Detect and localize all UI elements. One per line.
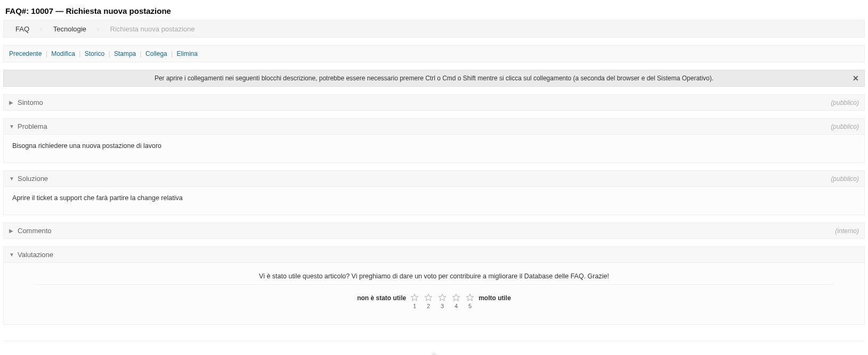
svg-marker-4 — [467, 294, 474, 301]
visibility-badge: (pubblico) — [831, 175, 859, 183]
star-icon — [424, 293, 433, 302]
panel-header-commento[interactable]: ▶ Commento (interno) — [4, 223, 864, 238]
svg-marker-3 — [453, 294, 460, 301]
action-stampa[interactable]: Stampa — [112, 50, 138, 57]
panel-sintomo: ▶ Sintomo (pubblico) — [3, 94, 865, 111]
panel-header-problema[interactable]: ▼ Problema (pubblico) — [4, 119, 864, 135]
caret-down-icon: ▼ — [9, 123, 14, 129]
star-number: 1 — [413, 303, 416, 309]
star-icon — [438, 293, 447, 302]
star-number: 5 — [468, 303, 472, 309]
breadcrumb-current: Richiesta nuova postazione — [103, 22, 202, 36]
breadcrumb: FAQ › Tecnologie › Richiesta nuova posta… — [3, 20, 865, 38]
action-precedente[interactable]: Precedente — [7, 50, 44, 57]
page-title: FAQ#: 10007 — Richiesta nuova postazione — [3, 4, 865, 20]
action-storico[interactable]: Storico — [83, 50, 107, 57]
panel-header-valutazione[interactable]: ▼ Valutazione — [4, 247, 864, 263]
panel-body-problema: Bisogna richiedere una nuova postazione … — [4, 135, 864, 162]
caret-right-icon: ▶ — [9, 228, 14, 234]
panel-problema: ▼ Problema (pubblico) Bisogna richiedere… — [3, 118, 865, 163]
star-number: 3 — [441, 303, 444, 309]
action-bar: Precedente | Modifica | Storico | Stampa… — [3, 45, 865, 62]
caret-down-icon: ▼ — [9, 176, 14, 181]
panel-title: Commento — [18, 227, 52, 235]
panel-title: Soluzione — [18, 175, 48, 183]
divider — [34, 284, 834, 285]
rating-high-label: molto utile — [478, 293, 511, 302]
panel-header-soluzione[interactable]: ▼ Soluzione (pubblico) — [4, 171, 864, 187]
rating-stars: 1 2 3 4 5 — [410, 293, 474, 309]
star-icon — [410, 293, 419, 302]
breadcrumb-tecnologie[interactable]: Tecnologie — [46, 22, 94, 36]
panel-title: Problema — [18, 122, 47, 130]
star-2[interactable]: 2 — [424, 293, 433, 309]
action-elimina[interactable]: Elimina — [175, 50, 200, 57]
panel-header-sintomo[interactable]: ▶ Sintomo (pubblico) — [4, 95, 864, 110]
star-icon — [466, 293, 474, 302]
info-notice: Per aprire i collegamenti nei seguenti b… — [3, 70, 865, 87]
star-4[interactable]: 4 — [452, 293, 460, 309]
star-number: 2 — [427, 303, 430, 309]
star-number: 4 — [455, 303, 458, 309]
star-icon — [452, 293, 460, 302]
svg-marker-2 — [439, 294, 446, 301]
star-5[interactable]: 5 — [466, 293, 474, 309]
page-footer: ✳ Powered by OTRS™ — [3, 341, 865, 355]
panel-commento: ▶ Commento (interno) — [3, 222, 865, 239]
panel-valutazione: ▼ Valutazione Vi è stato utile questo ar… — [3, 246, 865, 325]
visibility-badge: (pubblico) — [831, 123, 859, 130]
panel-title: Valutazione — [18, 251, 53, 259]
close-icon[interactable]: ✕ — [853, 74, 859, 82]
svg-marker-0 — [411, 294, 418, 301]
panel-body-soluzione: Aprire il ticket a support che farà part… — [4, 187, 864, 214]
panel-body-valutazione: Vi è stato utile questo articolo? Vi pre… — [4, 263, 864, 324]
breadcrumb-faq[interactable]: FAQ — [8, 22, 37, 36]
caret-down-icon: ▼ — [9, 252, 14, 258]
visibility-badge: (pubblico) — [831, 99, 859, 106]
star-1[interactable]: 1 — [410, 293, 419, 309]
panel-title: Sintomo — [18, 98, 43, 106]
star-3[interactable]: 3 — [438, 293, 447, 309]
action-modifica[interactable]: Modifica — [49, 50, 77, 57]
chevron-right-icon: › — [97, 24, 100, 33]
caret-right-icon: ▶ — [9, 100, 14, 105]
svg-marker-1 — [425, 294, 432, 301]
rating-low-label: non è stato utile — [357, 293, 406, 302]
notice-text: Per aprire i collegamenti nei seguenti b… — [155, 75, 713, 82]
rating-prompt: Vi è stato utile questo articolo? Vi pre… — [12, 273, 856, 280]
snowflake-icon: ✳ — [3, 351, 865, 355]
action-collega[interactable]: Collega — [143, 50, 169, 57]
chevron-right-icon: › — [40, 24, 43, 33]
visibility-badge: (interno) — [835, 227, 859, 235]
rating-row: non è stato utile 1 2 3 4 — [12, 293, 856, 309]
panel-soluzione: ▼ Soluzione (pubblico) Aprire il ticket … — [3, 170, 865, 215]
